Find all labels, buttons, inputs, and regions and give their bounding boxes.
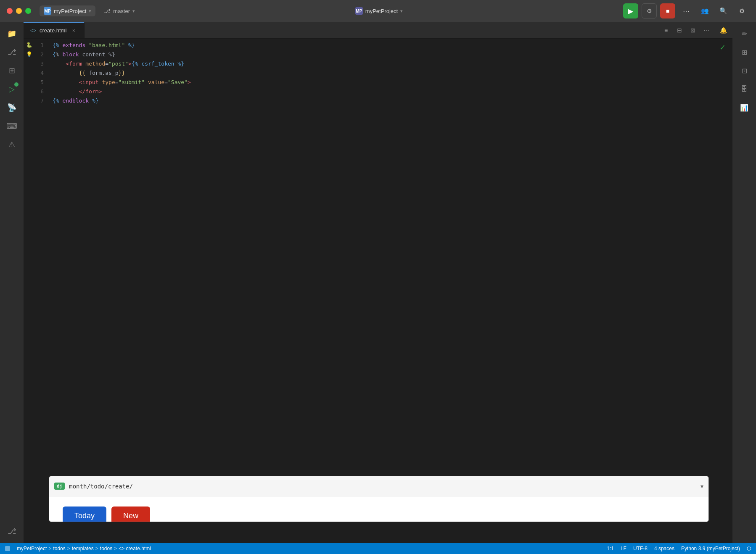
indent[interactable]: 4 spaces <box>654 546 674 551</box>
breadcrumb-templates[interactable]: templates <box>72 546 94 551</box>
browser-content: Today New Title: Description: <box>49 496 708 522</box>
sidebar-item-extensions[interactable]: ⊞ <box>3 62 20 79</box>
encoding[interactable]: UTF-8 <box>633 546 648 551</box>
hamburger-menu-button[interactable]: ≡ <box>660 24 672 36</box>
line-numbers: 🐍 1 💡 2 3 4 5 6 7 <box>24 39 49 291</box>
code-area[interactable]: {% extends "base.html" %} {% block conte… <box>49 39 727 291</box>
tab-close-button[interactable]: × <box>70 27 77 34</box>
sidebar-item-gitlens[interactable]: ⎇ <box>3 523 20 540</box>
ellipsis-button[interactable]: ⋯ <box>700 24 712 36</box>
branch-icon: ⎇ <box>104 8 111 14</box>
code-line-4: {{ form.as_p}} <box>49 68 727 77</box>
code-line-5: <input type="submit" value="Save"> <box>49 77 727 87</box>
activity-bar: 📁 ⎇ ⊞ ▷ 📡 ⌨ ⚠ ⎇ <box>0 22 24 543</box>
editor-content: 🐍 1 💡 2 3 4 5 6 7 {% extends "base.html"… <box>24 39 732 291</box>
breadcrumb-sep-2: > <box>67 546 70 551</box>
line-2: 💡 2 <box>24 50 49 59</box>
run-badge <box>14 82 19 87</box>
line-1: 🐍 1 <box>24 40 49 50</box>
project-icon: MP <box>44 7 51 15</box>
code-line-3: <form method="post">{% csrf_token %} <box>49 59 727 68</box>
sidebar-item-git[interactable]: ⎇ <box>3 44 20 61</box>
browser-panel: dj month/todo/create/ ▾ Today New Title:… <box>49 476 709 522</box>
notification-button[interactable]: 🔔 <box>717 24 729 36</box>
scrollbar-area: ✓ <box>727 39 732 291</box>
center-project-name: myPetProject <box>365 8 398 14</box>
new-button[interactable]: New <box>111 507 150 522</box>
code-line-2: {% block content %} <box>49 50 727 59</box>
branch-chevron-icon: ▾ <box>132 8 135 14</box>
right-panel-edit-icon[interactable]: ✏ <box>736 25 753 42</box>
tab-create-html[interactable]: <> create.html × <box>24 22 85 38</box>
project-name: myPetProject <box>54 8 86 14</box>
maximize-button[interactable] <box>25 8 31 14</box>
status-square[interactable] <box>5 546 10 551</box>
code-line-6: </form> <box>49 87 727 96</box>
line-7: 7 <box>24 96 49 105</box>
sidebar-item-explorer[interactable]: 📁 <box>3 25 20 42</box>
breadcrumb-todos[interactable]: todos <box>53 546 65 551</box>
sidebar-item-run[interactable]: ▷ <box>3 81 20 98</box>
breadcrumb-sep-3: > <box>95 546 98 551</box>
tab-file-icon: <> <box>30 28 36 34</box>
language[interactable]: Python 3.9 (myPetProject) <box>681 546 740 551</box>
browser-chevron-icon[interactable]: ▾ <box>700 483 703 490</box>
status-square-icon <box>5 546 10 551</box>
cursor-position[interactable]: 1:1 <box>607 546 614 551</box>
code-line-1: {% extends "base.html" %} <box>49 40 727 50</box>
search-button[interactable]: 🔍 <box>716 3 731 18</box>
project-selector[interactable]: MP myPetProject ▾ <box>40 5 95 16</box>
right-panel-layout-icon[interactable]: ⊡ <box>736 62 753 79</box>
checkmark-icon: ✓ <box>719 43 726 52</box>
view-button[interactable]: ⊠ <box>687 24 699 36</box>
main-layout: 📁 ⎇ ⊞ ▷ 📡 ⌨ ⚠ ⎇ <> create.html × ≡ ⊟ ⊠ ⋯ <box>0 22 756 543</box>
browser-bar: dj month/todo/create/ ▾ <box>49 476 708 496</box>
center-chevron-icon: ▾ <box>400 8 403 14</box>
center-project-icon: MP <box>355 7 363 15</box>
browser-panel-container: dj month/todo/create/ ▾ Today New Title:… <box>24 291 732 543</box>
split-editor-button[interactable]: ⊟ <box>674 24 685 36</box>
right-panel-db-icon[interactable]: 🗄 <box>736 81 753 98</box>
run-button[interactable]: ▶ <box>623 3 638 18</box>
minimize-button[interactable] <box>16 8 22 14</box>
sidebar-item-errors[interactable]: ⚠ <box>3 136 20 153</box>
today-button[interactable]: Today <box>63 507 106 522</box>
sidebar-item-terminal[interactable]: ⌨ <box>3 118 20 135</box>
debug-button[interactable]: ⚙ <box>642 3 657 18</box>
right-panel: ✏ ⊞ ⊡ 🗄 📊 <box>732 22 756 543</box>
line-3: 3 <box>24 59 49 68</box>
breadcrumb-sep-1: > <box>48 546 51 551</box>
line-ending[interactable]: LF <box>621 546 626 551</box>
breadcrumb-todos-2[interactable]: todos <box>100 546 112 551</box>
dj-badge: dj <box>54 483 65 490</box>
center-project: MP myPetProject ▾ <box>355 7 403 15</box>
more-menu-button[interactable]: ⋯ <box>679 3 694 18</box>
editor-wrapper: <> create.html × ≡ ⊟ ⊠ ⋯ 🔔 🐍 1 💡 <box>24 22 732 543</box>
project-chevron-icon: ▾ <box>89 8 91 14</box>
line-6: 6 <box>24 87 49 96</box>
right-panel-chart-icon[interactable]: 📊 <box>736 99 753 116</box>
tab-bar-actions: ≡ ⊟ ⊠ ⋯ 🔔 <box>660 22 732 38</box>
tab-bar: <> create.html × ≡ ⊟ ⊠ ⋯ 🔔 <box>24 22 732 39</box>
breadcrumb-mypetproject[interactable]: myPetProject <box>17 546 47 551</box>
tab-filename: create.html <box>40 27 66 34</box>
stop-button[interactable]: ■ <box>660 3 675 18</box>
settings-button[interactable]: ⚙ <box>734 3 749 18</box>
browser-url[interactable]: month/todo/create/ <box>69 483 696 490</box>
titlebar-center: MP myPetProject ▾ <box>140 7 618 15</box>
code-line-7: {% endblock %} <box>49 96 727 105</box>
right-panel-diff-icon[interactable]: ⊞ <box>736 44 753 61</box>
line-4: 4 <box>24 68 49 77</box>
status-bar: myPetProject > todos > templates > todos… <box>0 543 756 554</box>
breadcrumb-create-html[interactable]: <> create.html <box>119 546 151 551</box>
remote-icon[interactable]: ⬡ <box>747 546 751 551</box>
titlebar: MP myPetProject ▾ ⎇ master ▾ MP myPetPro… <box>0 0 756 22</box>
close-button[interactable] <box>7 8 13 14</box>
traffic-lights <box>7 8 31 14</box>
titlebar-actions: ▶ ⚙ ■ ⋯ 👥 🔍 ⚙ <box>623 3 749 18</box>
branch-selector[interactable]: ⎇ master ▾ <box>104 8 135 14</box>
users-button[interactable]: 👥 <box>697 3 712 18</box>
branch-name: master <box>113 8 130 14</box>
line-5: 5 <box>24 77 49 87</box>
sidebar-item-remote[interactable]: 📡 <box>3 99 20 116</box>
